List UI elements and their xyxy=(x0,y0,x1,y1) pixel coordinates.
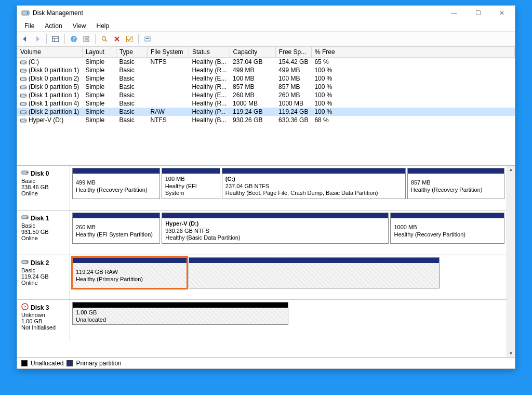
cell-status: Healthy (B... xyxy=(189,58,230,67)
menu-action[interactable]: Action xyxy=(39,21,67,31)
partition[interactable] xyxy=(189,257,440,288)
menu-file[interactable]: File xyxy=(19,21,39,31)
disk-name: Disk 1 xyxy=(31,215,49,222)
volume-row[interactable]: (Disk 2 partition 1)SimpleBasicRAWHealth… xyxy=(17,108,515,116)
cell-layout: Simple xyxy=(82,108,116,116)
disk-type: Basic xyxy=(21,222,65,229)
disk-header[interactable]: ?Disk 3 Unknown 1.00 GB Not Initialised xyxy=(17,300,70,340)
disk-header[interactable]: Disk 1 Basic 931.50 GB Online xyxy=(17,210,70,255)
volume-list[interactable]: Volume Layout Type File System Status Ca… xyxy=(17,46,515,166)
cell-status: Healthy (R... xyxy=(189,66,230,74)
cell-pct: 65 % xyxy=(311,58,352,67)
cell-capacity: 260 MB xyxy=(230,91,275,99)
disk-body: 119.24 GB RAW Healthy (Primary Partition… xyxy=(70,255,507,299)
delete-button[interactable] xyxy=(111,33,123,45)
partition-status: Healthy (Recovery Partition) xyxy=(411,187,501,194)
svg-point-29 xyxy=(25,112,26,113)
disk-state: Online xyxy=(21,280,65,286)
cell-free: 100 MB xyxy=(275,74,311,83)
partition[interactable]: 1.00 GB Unallocated xyxy=(72,302,288,325)
back-button[interactable] xyxy=(19,33,31,45)
partition-status: Healthy (Recovery Partition) xyxy=(76,187,156,194)
disk-header[interactable]: Disk 0 Basic 238.46 GB Online xyxy=(17,166,70,210)
disk-management-window: Disk Management — ☐ ✕ File Action View H… xyxy=(17,5,515,369)
disk-header[interactable]: Disk 2 Basic 119.24 GB Online xyxy=(17,255,70,299)
menu-view[interactable]: View xyxy=(68,21,91,31)
col-pct[interactable]: % Free xyxy=(311,47,352,58)
volume-row[interactable]: (C:)SimpleBasicNTFSHealthy (B...237.04 G… xyxy=(17,58,515,67)
properties-button[interactable] xyxy=(81,33,92,45)
menu-help[interactable]: Help xyxy=(91,21,115,31)
cell-status: Healthy (R... xyxy=(189,99,230,108)
partition-title: Hyper-V (D:) xyxy=(165,220,385,228)
disk-icon xyxy=(21,214,29,222)
volume-row[interactable]: (Disk 1 partition 4)SimpleBasicHealthy (… xyxy=(17,99,515,108)
drive-icon xyxy=(20,91,29,99)
explore-button[interactable] xyxy=(99,33,110,45)
scroll-up-icon[interactable]: ▲ xyxy=(509,167,513,172)
partition[interactable]: Hyper-V (D:) 930.26 GB NTFS Healthy (Bas… xyxy=(162,213,389,244)
cell-fs xyxy=(147,99,189,108)
volume-row[interactable]: (Disk 0 partition 5)SimpleBasicHealthy (… xyxy=(17,83,515,91)
cell-free: 260 MB xyxy=(275,91,311,99)
disk-row: Disk 0 Basic 238.46 GB Online 499 MB Hea… xyxy=(17,166,507,210)
volume-row[interactable]: (Disk 0 partition 1)SimpleBasicHealthy (… xyxy=(17,66,515,74)
partition[interactable]: 260 MB Healthy (EFI System Partition) xyxy=(72,213,160,244)
col-layout[interactable]: Layout xyxy=(82,47,116,58)
cell-free: 630.36 GB xyxy=(275,116,311,124)
cell-fs: NTFS xyxy=(147,58,189,67)
volume-name: (Disk 0 partition 2) xyxy=(29,75,79,82)
partition[interactable]: 857 MB Healthy (Recovery Partition) xyxy=(407,168,504,199)
mark-active-button[interactable] xyxy=(124,33,135,45)
partition[interactable]: (C:) 237.04 GB NTFS Healthy (Boot, Page … xyxy=(222,168,406,199)
col-type[interactable]: Type xyxy=(116,47,147,58)
volume-name: (Disk 2 partition 1) xyxy=(29,108,79,115)
volume-row[interactable]: (Disk 0 partition 2)SimpleBasicHealthy (… xyxy=(17,74,515,83)
minimize-button[interactable]: — xyxy=(442,6,466,20)
disk-size: 931.50 GB xyxy=(21,229,65,235)
col-status[interactable]: Status xyxy=(189,47,230,58)
disk-type: Unknown xyxy=(21,312,65,318)
volume-row[interactable]: Hyper-V (D:)SimpleBasicNTFSHealthy (B...… xyxy=(17,116,515,124)
partition-status: Healthy (EFI System Partition) xyxy=(76,231,156,239)
cell-layout: Simple xyxy=(82,116,116,124)
scroll-down-icon[interactable]: ▼ xyxy=(509,351,513,356)
toolbar: ? xyxy=(17,32,515,46)
refresh-button[interactable] xyxy=(142,33,153,45)
toolbar-separator xyxy=(64,34,65,44)
partition[interactable]: 499 MB Healthy (Recovery Partition) xyxy=(72,168,160,199)
scrollbar-vertical[interactable]: ▲ ▼ xyxy=(507,166,515,357)
maximize-button[interactable]: ☐ xyxy=(466,6,490,20)
col-fs[interactable]: File System xyxy=(147,47,189,58)
disk-list[interactable]: Disk 0 Basic 238.46 GB Online 499 MB Hea… xyxy=(17,166,507,357)
drive-icon xyxy=(20,58,29,65)
svg-text:?: ? xyxy=(24,305,26,309)
cell-capacity: 237.04 GB xyxy=(230,58,275,67)
col-volume[interactable]: Volume xyxy=(17,47,82,58)
cell-type: Basic xyxy=(116,116,147,124)
cell-status: Healthy (E... xyxy=(189,74,230,83)
col-capacity[interactable]: Capacity xyxy=(230,47,275,58)
cell-capacity: 499 MB xyxy=(230,66,275,74)
show-hide-button[interactable] xyxy=(50,33,61,45)
col-free[interactable]: Free Sp... xyxy=(275,47,311,58)
close-button[interactable]: ✕ xyxy=(490,6,514,20)
toolbar-separator xyxy=(138,34,139,44)
svg-point-19 xyxy=(25,70,26,71)
legend-swatch-unallocated xyxy=(21,360,28,366)
partition[interactable]: 119.24 GB RAW Healthy (Primary Partition… xyxy=(72,257,187,288)
cell-type: Basic xyxy=(116,66,147,74)
titlebar: Disk Management — ☐ ✕ xyxy=(17,6,515,20)
partition[interactable]: 100 MB Healthy (EFI System xyxy=(162,168,220,199)
volume-name: (Disk 0 partition 5) xyxy=(29,83,79,90)
partition[interactable]: 1000 MB Healthy (Recovery Partition) xyxy=(390,213,504,244)
cell-fs xyxy=(147,66,189,74)
partition-status: Healthy (Recovery Partition) xyxy=(394,231,501,239)
help-button[interactable]: ? xyxy=(68,33,79,45)
partition-size: 237.04 GB NTFS xyxy=(225,183,402,190)
svg-text:?: ? xyxy=(72,36,75,42)
volume-row[interactable]: (Disk 1 partition 1)SimpleBasicHealthy (… xyxy=(17,91,515,99)
cell-status: Healthy (B... xyxy=(189,116,230,124)
cell-type: Basic xyxy=(116,58,147,67)
svg-point-25 xyxy=(25,95,26,96)
